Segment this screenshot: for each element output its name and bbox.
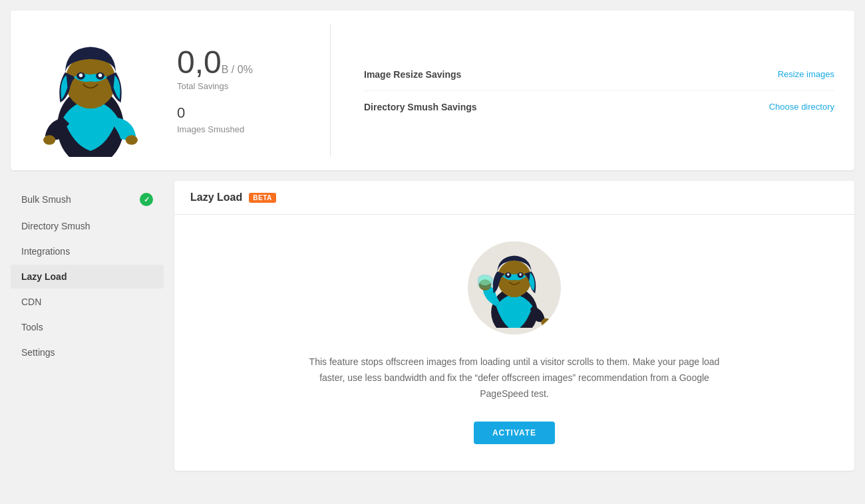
svg-point-7 xyxy=(79,74,83,77)
lazy-load-hero-image xyxy=(468,241,561,334)
directory-smush-savings-label: Directory Smush Savings xyxy=(364,102,477,112)
sidebar-item-lazy-load[interactable]: Lazy Load xyxy=(11,265,164,289)
image-resize-savings-row: Image Resize Savings Resize images xyxy=(364,59,834,91)
total-savings-label: Total Savings xyxy=(177,81,297,91)
svg-point-1 xyxy=(43,135,55,145)
sidebar-item-settings[interactable]: Settings xyxy=(11,340,164,364)
content-body: This feature stops offscreen images from… xyxy=(174,215,854,471)
svg-point-2 xyxy=(126,135,138,145)
top-stats-card: 0,0B / 0% Total Savings 0 Images Smushed… xyxy=(11,11,854,170)
svg-point-19 xyxy=(519,273,522,276)
content-title: Lazy Load xyxy=(190,191,242,203)
sidebar-item-tools[interactable]: Tools xyxy=(11,315,164,339)
total-savings-value: 0,0B / 0% xyxy=(177,45,253,80)
sidebar-item-cdn-label: CDN xyxy=(21,297,41,307)
sidebar-item-bulk-smush-label: Bulk Smush xyxy=(21,194,71,205)
content-header: Lazy Load BETA xyxy=(174,181,854,215)
savings-section: Image Resize Savings Resize images Direc… xyxy=(364,59,834,123)
svg-point-8 xyxy=(98,74,102,77)
stats-section: 0,0B / 0% Total Savings 0 Images Smushed xyxy=(177,47,297,134)
image-resize-savings-label: Image Resize Savings xyxy=(364,69,461,80)
sidebar-item-directory-smush[interactable]: Directory Smush xyxy=(11,214,164,238)
total-savings-unit: B / 0% xyxy=(222,64,253,75)
activate-button[interactable]: ACTIVATE xyxy=(474,422,555,444)
sidebar-item-cdn[interactable]: CDN xyxy=(11,290,164,314)
beta-badge: BETA xyxy=(249,193,275,203)
sidebar: Bulk Smush Directory Smush Integrations … xyxy=(11,181,164,471)
main-layout: Bulk Smush Directory Smush Integrations … xyxy=(11,181,854,471)
images-smushed-display: 0 Images Smushed xyxy=(177,104,297,134)
sidebar-item-settings-label: Settings xyxy=(21,347,55,358)
svg-point-12 xyxy=(479,276,491,286)
hero-character xyxy=(31,24,150,157)
sidebar-item-bulk-smush[interactable]: Bulk Smush xyxy=(11,186,164,213)
sidebar-item-tools-label: Tools xyxy=(21,322,43,332)
images-smushed-label: Images Smushed xyxy=(177,124,297,134)
check-icon xyxy=(140,193,153,206)
vertical-divider xyxy=(330,24,331,157)
content-area: Lazy Load BETA xyxy=(174,181,854,471)
directory-smush-savings-row: Directory Smush Savings Choose directory xyxy=(364,91,834,123)
svg-point-18 xyxy=(507,273,510,276)
svg-point-13 xyxy=(541,318,551,327)
description-text: This feature stops offscreen images from… xyxy=(308,354,721,402)
sidebar-item-directory-smush-label: Directory Smush xyxy=(21,221,90,231)
choose-directory-link[interactable]: Choose directory xyxy=(769,102,834,112)
total-savings-display: 0,0B / 0% Total Savings xyxy=(177,47,297,91)
sidebar-item-lazy-load-label: Lazy Load xyxy=(21,271,67,282)
sidebar-item-integrations[interactable]: Integrations xyxy=(11,239,164,263)
images-smushed-value: 0 xyxy=(177,104,297,122)
sidebar-item-integrations-label: Integrations xyxy=(21,246,70,257)
resize-images-link[interactable]: Resize images xyxy=(778,69,834,79)
